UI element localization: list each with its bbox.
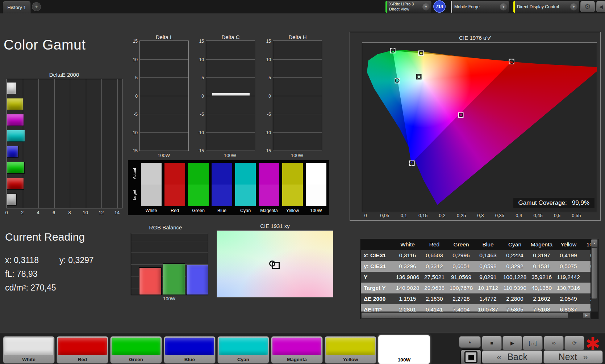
horizontal-scroll-thumb[interactable] — [362, 313, 568, 318]
gridline — [140, 59, 188, 60]
vertical-scroll-thumb[interactable] — [592, 248, 597, 299]
target-swatch — [212, 185, 232, 206]
rgb-balance-chart: RGB Balance 1041021009896 100W — [122, 224, 209, 231]
meter-dropdown[interactable]: X-Rite i1Pro 3 Direct View ▼ — [385, 1, 432, 13]
cell: 35,9216 — [528, 274, 555, 280]
pattern-button-100w[interactable]: 100W — [378, 335, 430, 364]
table-horizontal-scrollbar[interactable]: ▶ — [361, 312, 591, 319]
stop-button[interactable]: ■ — [482, 336, 502, 350]
axis-tick-label: -15 — [261, 148, 271, 153]
delta-plot — [273, 41, 322, 151]
axis-tick-label: 14 — [114, 210, 120, 215]
cell: 0,6503 — [421, 252, 448, 259]
pattern-label: Cyan — [218, 357, 269, 362]
swatch-100w: 100W — [306, 160, 326, 215]
pattern-button-yellow[interactable]: Yellow — [325, 336, 376, 364]
scroll-right-icon[interactable]: ▶ — [583, 313, 590, 318]
cell: 0,6051 — [448, 263, 475, 270]
current-reading: Current Reading x: 0,3118 y: 0,3297 fL: … — [5, 231, 114, 243]
next-button[interactable]: Next » — [543, 350, 603, 364]
meter-name: X-Rite i1Pro 3 — [389, 2, 422, 7]
deltae-bar-white — [7, 82, 16, 94]
refresh-button[interactable]: ⟳ — [564, 336, 584, 350]
source-dropdown[interactable]: Mobile Forge ▼ — [450, 1, 509, 13]
cell: 27 — [582, 274, 591, 280]
cell: 91,0569 — [448, 274, 475, 280]
back-label: Back — [507, 352, 527, 362]
pattern-color — [165, 338, 214, 355]
gridline — [140, 96, 188, 96]
row-label: x: CIE31 — [361, 252, 394, 259]
pattern-window-icon — [468, 355, 474, 360]
loop-button[interactable]: ∞ — [544, 336, 564, 350]
cell: 1,1915 — [394, 296, 421, 302]
pattern-button-magenta[interactable]: Magenta — [271, 336, 323, 364]
settings-button[interactable]: ⚙ — [580, 1, 595, 12]
reading-x: x: 0,3118 — [5, 255, 39, 265]
marker-white — [416, 74, 422, 80]
expand-pattern-options-button[interactable]: ▲ — [459, 336, 481, 348]
table-vertical-scrollbar[interactable]: ▲ — [591, 239, 598, 312]
chart-title: Delta C — [206, 34, 255, 41]
cell: 7,5805 — [501, 306, 528, 312]
axis-tick-label: 0,15 — [418, 213, 427, 218]
delta-chart: Delta H151050-5-10-15100W — [261, 34, 322, 161]
chevrons-right-icon: » — [583, 352, 588, 362]
actual-swatch — [282, 163, 303, 185]
pattern-size-button[interactable]: [↔] — [523, 336, 543, 350]
pattern-button-cyan[interactable]: Cyan — [217, 336, 269, 364]
chevron-left-icon: ◀ — [599, 4, 603, 9]
gridline — [140, 151, 188, 151]
display-control-name: Direct Display Control — [517, 4, 570, 10]
deltae-bar-yellow — [7, 98, 23, 110]
add-tab-button[interactable]: + — [32, 2, 41, 11]
chevron-down-icon: ▼ — [422, 3, 430, 10]
pattern-button-white[interactable]: White — [3, 336, 55, 364]
swatch-white: White — [141, 160, 162, 215]
table-row: ΔE 20001,19152,16302,27281,47722,28002,1… — [361, 293, 591, 304]
loop-icon: ∞ — [552, 340, 556, 346]
pattern-button-red[interactable]: Red — [57, 336, 108, 364]
actual-target-swatches: ActualTargetWhiteRedGreenBlueCyanMagenta… — [128, 160, 329, 215]
reading-y: y: 0,3297 — [59, 255, 94, 265]
pattern-window-button[interactable] — [460, 349, 482, 364]
chart-title: RGB Balance — [122, 224, 209, 231]
collapse-panel-button[interactable]: ◀ — [596, 1, 605, 12]
cell: 27 — [582, 285, 591, 291]
swatch-label: Red — [162, 208, 187, 213]
pattern-color — [112, 338, 160, 355]
deltae-bar-magenta — [7, 114, 24, 126]
chevron-up-icon: ▲ — [468, 340, 472, 344]
cell: 0,1531 — [528, 263, 555, 270]
meter-count-badge[interactable]: 714 — [433, 0, 446, 13]
gridline — [131, 241, 208, 241]
scroll-up-icon[interactable]: ▲ — [591, 240, 597, 247]
axis-tick-label: 0,05 — [380, 213, 389, 218]
pattern-button-blue[interactable]: Blue — [164, 336, 216, 364]
column-header: Yellow — [555, 241, 582, 248]
marker-dot — [419, 51, 423, 55]
swatch-row-labels: ActualTarget — [128, 160, 141, 209]
swatch-magenta: Magenta — [259, 160, 279, 215]
play-button[interactable]: ▶ — [502, 336, 522, 350]
tab-history-1[interactable]: History 1 — [3, 1, 30, 13]
cell: 2,1602 — [528, 296, 555, 302]
axis-tick-label: 0,5 — [554, 213, 560, 218]
marker-red — [509, 59, 514, 64]
pattern-button-green[interactable]: Green — [110, 336, 162, 364]
swatch-green: Green — [188, 160, 209, 215]
axis-tick-label: 0,35 — [495, 213, 504, 218]
gridline — [206, 132, 255, 133]
gridline — [273, 96, 322, 96]
chart-title: Delta L — [139, 34, 189, 41]
target-swatch — [306, 185, 326, 206]
cell: 1,4772 — [475, 296, 501, 302]
swatch-yellow: Yellow — [282, 160, 303, 215]
rgb-balance-x-label: 100W — [131, 296, 208, 301]
table-row: y: CIE310,32960,33120,60510,05980,32920,… — [361, 261, 591, 272]
display-control-dropdown[interactable]: Direct Display Control ▼ — [513, 1, 580, 13]
cie1976-plot: 0,550,50,450,40,350,30,250,20,150,10,05 — [362, 42, 597, 212]
axis-tick-label: -10 — [194, 130, 204, 135]
top-bar: History 1 + X-Rite i1Pro 3 Direct View ▼… — [0, 0, 605, 13]
back-button[interactable]: « Back — [482, 350, 542, 364]
